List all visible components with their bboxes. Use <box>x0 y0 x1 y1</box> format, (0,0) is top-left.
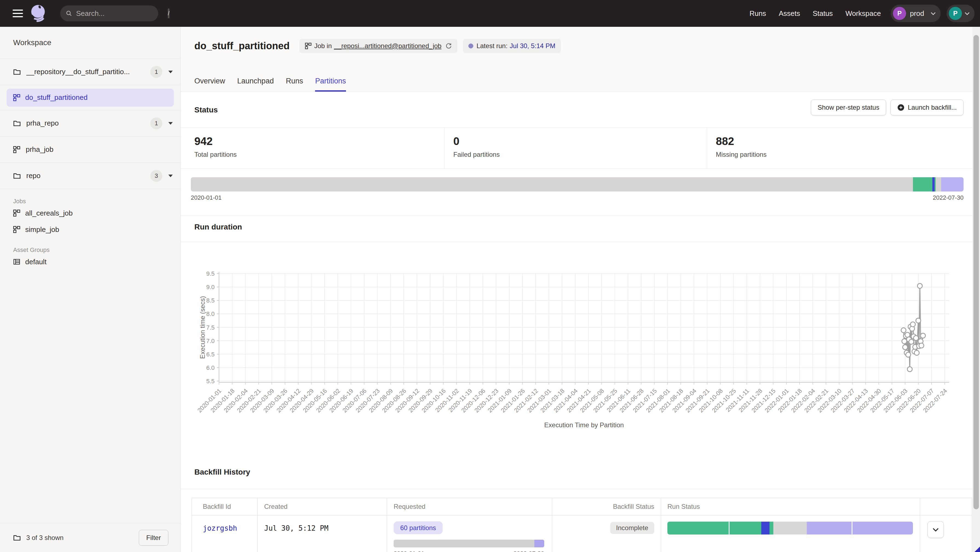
sidebar-item-label: __repository__do_stuff_partitio... <box>26 68 130 76</box>
requested-partitions-bar <box>394 540 544 547</box>
tab-runs[interactable]: Runs <box>286 77 303 92</box>
sidebar-item-repository-do-stuff[interactable]: __repository__do_stuff_partitio... 1 <box>0 59 180 85</box>
deployment-label: prod <box>910 9 924 18</box>
run-duration-chart[interactable]: 5.56.06.57.07.58.08.59.09.52020-01-01202… <box>181 242 975 458</box>
nav-link-runs[interactable]: Runs <box>749 9 766 18</box>
partition-stats: 942 Total partitions 0 Failed partitions… <box>181 127 980 168</box>
job-header: do_stuff_partitioned Job in __reposi...a… <box>181 27 980 92</box>
latest-run-link[interactable]: Jul 30, 5:14 PM <box>510 42 555 50</box>
sidebar-item-label: prha_job <box>26 145 53 154</box>
backfill-id-link[interactable]: jozrgsbh <box>203 524 237 532</box>
chart-y-labels: 5.56.06.57.07.58.08.59.09.5 <box>206 270 219 385</box>
svg-text:7.5: 7.5 <box>206 324 215 331</box>
user-avatar: P <box>949 7 962 20</box>
sidebar-item-label: prha_repo <box>26 119 59 127</box>
job-repo-link[interactable]: __reposi...artitioned@partitioned_job <box>334 42 442 50</box>
scrollbar[interactable] <box>972 27 980 552</box>
status-section-title: Status <box>194 106 218 114</box>
backfill-status-badge: Incomplete <box>610 522 654 534</box>
page-title: do_stuff_partitioned <box>194 40 290 52</box>
chevron-down-icon <box>931 12 935 15</box>
run-status-bar[interactable] <box>667 522 913 535</box>
chart-x-labels: 2020-01-012020-01-182020-02-042020-02-21… <box>196 382 948 414</box>
nav-link-status[interactable]: Status <box>813 9 833 18</box>
repos-shown-count: 3 of 3 shown <box>26 534 64 542</box>
backfill-history-title: Backfill History <box>194 468 250 476</box>
show-per-step-status-button[interactable]: Show per-step status <box>811 100 886 116</box>
svg-text:6.5: 6.5 <box>206 351 215 358</box>
count-badge: 1 <box>150 66 162 78</box>
hamburger-menu-icon[interactable] <box>13 10 23 17</box>
dagster-logo-icon[interactable] <box>30 4 48 23</box>
scrollbar-thumb[interactable] <box>974 35 979 509</box>
job-icon <box>13 209 20 217</box>
run-status-dot <box>468 43 473 48</box>
column-header-backfill-id: Backfill Id <box>192 498 258 515</box>
partition-status-bar[interactable] <box>191 177 964 192</box>
chevron-down-icon <box>933 528 939 531</box>
count-badge: 3 <box>150 170 162 182</box>
expand-row-button[interactable] <box>928 521 944 538</box>
backfill-history-table: Backfill Id Created Requested Backfill S… <box>192 498 972 552</box>
requested-partitions-badge[interactable]: 60 partitions <box>394 521 443 534</box>
sidebar-item-do-stuff-partitioned[interactable]: do_stuff_partitioned <box>6 89 174 107</box>
backfill-requested-cell: 60 partitions 2020-01-01 2022-07-30 <box>387 516 552 552</box>
caret-down-icon[interactable] <box>169 122 173 125</box>
svg-text:7.0: 7.0 <box>206 338 215 344</box>
column-header-run-status: Run Status <box>661 498 920 515</box>
requested-range-start: 2020-01-01 <box>394 550 425 552</box>
partition-range-start: 2020-01-01 <box>191 194 222 201</box>
job-origin-tag: Job in __reposi...artitioned@partitioned… <box>299 39 457 53</box>
tab-partitions[interactable]: Partitions <box>315 77 346 92</box>
job-icon <box>13 226 20 233</box>
sidebar-item-all-cereals-job[interactable]: all_cereals_job <box>0 205 180 221</box>
chart-grid <box>219 274 949 382</box>
jobs-section-label: Jobs <box>13 198 180 205</box>
sidebar-item-label: repo <box>26 171 40 180</box>
run-status-cell <box>661 516 920 552</box>
column-header-created: Created <box>258 498 387 515</box>
deployment-avatar: P <box>893 7 906 20</box>
nav-link-assets[interactable]: Assets <box>779 9 800 18</box>
filter-button[interactable]: Filter <box>139 530 169 546</box>
main-content: do_stuff_partitioned Job in __reposi...a… <box>181 27 980 552</box>
sidebar-title: Workspace <box>0 27 180 59</box>
tab-launchpad[interactable]: Launchpad <box>237 77 274 92</box>
search-input[interactable] <box>76 9 168 18</box>
nav-links: Runs Assets Status Workspace <box>749 9 881 18</box>
sidebar-item-repo[interactable]: repo 3 <box>0 163 180 189</box>
search-box[interactable]: / <box>60 5 158 21</box>
sidebar-item-prha-repo[interactable]: prha_repo 1 <box>0 110 180 136</box>
launch-backfill-button[interactable]: Launch backfill... <box>891 100 964 116</box>
asset-groups-section-label: Asset Groups <box>13 246 180 254</box>
user-menu[interactable]: P <box>947 5 975 22</box>
nav-link-workspace[interactable]: Workspace <box>845 9 881 18</box>
svg-text:9.0: 9.0 <box>206 284 215 290</box>
top-navbar: / Runs Assets Status Workspace P prod P <box>0 0 980 27</box>
column-header-backfill-status: Backfill Status <box>552 498 661 515</box>
stat-total-partitions: 942 Total partitions <box>194 127 237 168</box>
asset-group-icon <box>13 258 20 265</box>
backfill-status-cell: Incomplete <box>552 516 661 552</box>
sidebar-item-simple-job[interactable]: simple_job <box>0 221 180 238</box>
run-duration-title: Run duration <box>194 223 242 232</box>
deployment-switcher[interactable]: P prod <box>891 5 940 22</box>
corner-widget <box>975 547 980 552</box>
sidebar-item-label: all_cereals_job <box>25 209 73 217</box>
tab-overview[interactable]: Overview <box>194 77 225 92</box>
sidebar-item-prha-job[interactable]: prha_job <box>0 136 180 163</box>
svg-text:9.5: 9.5 <box>206 270 215 277</box>
sidebar-item-do-stuff-partitioned-row: do_stuff_partitioned <box>0 85 180 110</box>
sidebar-item-default-asset-group[interactable]: default <box>0 254 180 270</box>
sidebar-item-label: simple_job <box>25 225 59 234</box>
chevron-down-icon <box>965 12 970 15</box>
dagster-app: / Runs Assets Status Workspace P prod P … <box>0 0 980 552</box>
partition-range-end: 2022-07-30 <box>933 194 964 201</box>
caret-down-icon[interactable] <box>169 174 173 177</box>
folder-icon <box>13 68 21 76</box>
count-badge: 1 <box>150 117 162 129</box>
svg-text:Execution time (secs): Execution time (secs) <box>199 296 206 358</box>
stat-missing-partitions: 882 Missing partitions <box>716 127 767 168</box>
caret-down-icon[interactable] <box>169 71 173 73</box>
reload-icon[interactable] <box>445 43 452 49</box>
